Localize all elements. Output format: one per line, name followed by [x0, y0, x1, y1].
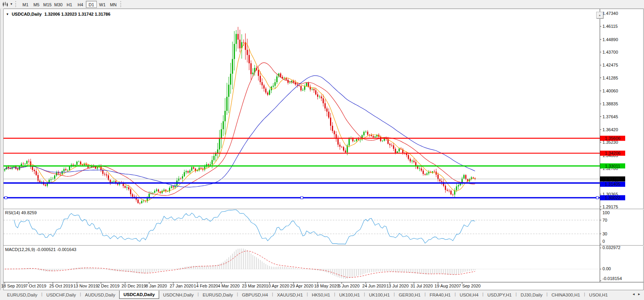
price-axis-label: 1.38835	[602, 101, 618, 106]
time-axis-label: 19 Aug 2020	[435, 284, 459, 288]
time-axis-label: 25 Oct 2019	[49, 284, 73, 288]
mt4-window: ▼ M1M5M15M30H1H4D1W1MN 1.473401.461151.4…	[0, 0, 644, 300]
price-badge-text: 1.30022	[605, 195, 620, 200]
chart-type-dropdown-icon[interactable]: ▼	[9, 2, 14, 6]
chart-symbol-label: USDCAD,Daily	[12, 12, 42, 16]
time-axis-label: 4 Mar 2020	[218, 284, 240, 288]
chart-tab-bar: EURUSD,Daily|USDCHF,Daily|AUDUSD,DailyUS…	[0, 291, 644, 300]
timeframe-button-m5[interactable]: M5	[31, 1, 42, 8]
price-axis-label: 1.40060	[602, 89, 618, 93]
timeframe-button-m15[interactable]: M15	[42, 1, 53, 8]
line-drag-handle	[301, 197, 303, 199]
time-axis-label: 13 Nov 2019	[73, 284, 98, 288]
timeframe-button-d1[interactable]: D1	[86, 1, 97, 8]
tab-scroll-arrows: ◂▸	[630, 291, 644, 296]
time-axis-label: 5 Jun 2020	[338, 284, 359, 288]
line-drag-handle	[5, 197, 7, 199]
chart-tab-usdchf-daily[interactable]: USDCHF,Daily	[42, 291, 80, 299]
time-axis-label: 23 Mar 2020	[242, 284, 266, 288]
time-axis-label: 8 Jan 2020	[146, 284, 167, 288]
chart-tab-eurusd-daily[interactable]: EURUSD,Daily	[3, 291, 41, 299]
macd-axis-label: 0.032972	[602, 245, 620, 250]
chart-tab-gbpusd-h4[interactable]: GBPUSD,H4	[238, 291, 272, 299]
timeframe-buttons: M1M5M15M30H1H4D1W1MN	[20, 1, 119, 8]
price-axis-label: 1.46115	[602, 24, 618, 29]
timeframe-button-h1[interactable]: H1	[64, 1, 75, 8]
chart-tab-audusd-daily[interactable]: AUDUSD,Daily	[81, 291, 119, 299]
price-axis-label: 1.47340	[602, 11, 618, 16]
rsi-indicator-label: RSI(14) 49.8259	[5, 210, 37, 215]
price-axis-label: 1.43700	[602, 50, 618, 54]
chart-window: 1.473401.461151.448901.437001.424751.412…	[0, 9, 644, 291]
price-axis-label: 1.41285	[602, 76, 618, 80]
line-drag-handle	[596, 197, 599, 199]
time-axis-label: 14 Feb 2020	[194, 284, 218, 288]
chart-tab-usoil-h1[interactable]: USOil,H1	[585, 291, 612, 299]
price-badge-text: 1.34206	[605, 151, 620, 155]
chart-tab-china300-h1[interactable]: CHINA300,H1	[548, 291, 584, 299]
timeframe-button-m1[interactable]: M1	[20, 1, 31, 8]
price-axis-label: 1.42475	[602, 63, 618, 67]
time-axis-label: 13 Jul 2020	[386, 284, 409, 288]
time-axis-label: 20 Dec 2019	[122, 284, 146, 288]
chart-tab-dj30-daily[interactable]: DJ30,Daily	[517, 291, 546, 299]
tab-scroll-right-icon[interactable]: ▸	[638, 292, 640, 296]
time-axis-label: 29 Apr 2020	[290, 284, 313, 288]
time-axis-label: 31 Jul 2020	[410, 284, 433, 288]
timeframe-button-h4[interactable]: H4	[75, 1, 86, 8]
rsi-axis-label: 30	[602, 231, 607, 236]
chart-tab-usdjpy-h1[interactable]: USDJPY,H1	[484, 291, 516, 299]
chart-tab-uk100-h1[interactable]: UK100,H1	[365, 291, 394, 299]
time-axis-label: 7 Sep 2020	[459, 284, 481, 288]
macd-indicator-label: MACD(12,26,9) -0.000521 -0.001643	[5, 247, 76, 252]
chart-tab-fra40-h1[interactable]: FRA40,H1	[426, 291, 455, 299]
price-badge-text: 1.31405	[605, 182, 620, 186]
chart-tab-ger30-h1[interactable]: GER30,H1	[395, 291, 424, 299]
chart-tab-xauusd-h1[interactable]: XAUUSD,H1	[273, 291, 307, 299]
timeframe-button-mn[interactable]: MN	[108, 1, 119, 8]
timeframe-button-w1[interactable]: W1	[97, 1, 108, 8]
rsi-axis-label: 70	[602, 218, 607, 222]
chart-scroll-button[interactable]: ▲	[596, 12, 603, 18]
time-axis-label: 18 May 2020	[314, 284, 339, 288]
chart-tab-usdcad-daily[interactable]: USDCAD,Daily	[119, 291, 159, 299]
timeframe-button-m30[interactable]: M30	[53, 1, 64, 8]
price-badge-text: 1.35606	[605, 136, 620, 141]
time-axis-label: 2 Dec 2019	[98, 284, 120, 288]
price-axis-label: 1.44890	[602, 37, 618, 42]
tab-scroll-left-icon[interactable]: ◂	[633, 292, 635, 296]
time-axis-label: 24 Jun 2020	[362, 284, 386, 288]
chart-canvas[interactable]: 1.473401.461151.448901.437001.424751.412…	[0, 9, 644, 291]
time-axis-label: 10 Apr 2020	[266, 284, 289, 288]
time-axis-label: 7 Oct 2019	[25, 284, 46, 288]
price-axis-label: 1.37645	[602, 114, 618, 119]
toolbar-grip[interactable]	[15, 1, 18, 7]
time-axis-label: 18 Sep 2019	[1, 284, 25, 288]
chart-ohlc-values: 1.32006 1.32023 1.31742 1.31786	[44, 12, 110, 16]
macd-axis-label: 0.00	[602, 266, 611, 271]
chart-tab-hk50-h1[interactable]: HK50,H1	[308, 291, 334, 299]
collapse-caret-icon[interactable]: ▼	[6, 13, 9, 16]
time-axis-label: 27 Jan 2020	[170, 284, 194, 288]
chart-type-icon[interactable]	[1, 1, 9, 8]
toolbar-grip-2[interactable]	[120, 1, 123, 7]
price-axis-label: 1.36420	[602, 127, 618, 132]
rsi-axis-label: 100	[602, 210, 610, 215]
price-axis-label: 1.29175	[602, 204, 618, 209]
chart-tab-usdcnh-daily[interactable]: USDCNH,Daily	[159, 291, 198, 299]
price-badge-text: 1.31786	[605, 177, 620, 181]
top-toolbar: ▼ M1M5M15M30H1H4D1W1MN	[0, 0, 644, 9]
chart-tab-uk100-h1[interactable]: UK100,H1	[335, 291, 364, 299]
candlestick-glyph	[2, 2, 8, 7]
chart-tab-usoil-h4[interactable]: USOil,H4	[456, 291, 483, 299]
chart-title: ▼ USDCAD,Daily 1.32006 1.32023 1.31742 1…	[6, 12, 111, 16]
rsi-axis-label: 0	[602, 239, 605, 244]
price-badge-text: 1.33011	[605, 164, 620, 168]
chart-background	[4, 9, 643, 290]
macd-axis-label: -0.018154	[602, 276, 622, 281]
chart-tab-eurusd-daily[interactable]: EURUSD,Daily	[199, 291, 237, 299]
